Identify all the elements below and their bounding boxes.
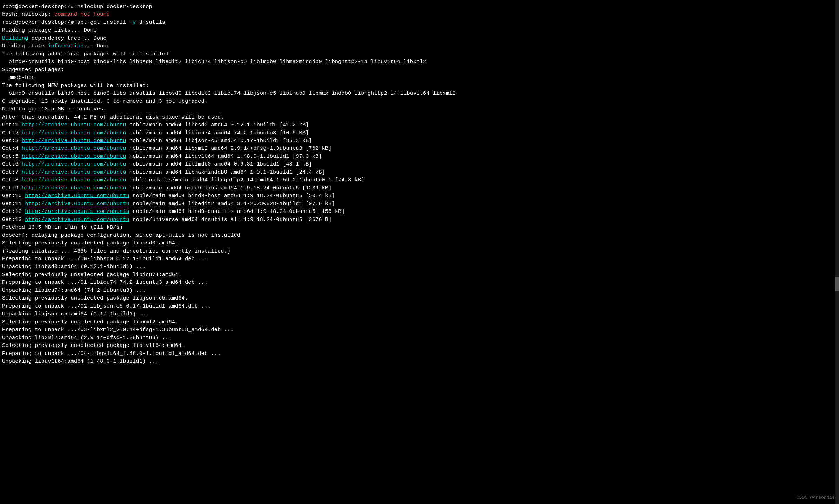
terminal-line: Unpacking libicu74:amd64 (74.2-1ubuntu3)…: [2, 287, 839, 294]
terminal-window: root@docker-desktop:/# nslookup docker-d…: [2, 3, 839, 504]
terminal-line: Building dependency tree... Done: [2, 34, 839, 42]
terminal-line: Get:13 http://archive.ubuntu.com/ubuntu …: [2, 216, 839, 223]
terminal-line: Preparing to unpack .../00-libbsd0_0.12.…: [2, 255, 839, 263]
terminal-line: Selecting previously unselected package …: [2, 318, 839, 326]
terminal-line: Selecting previously unselected package …: [2, 239, 839, 247]
terminal-line: The following additional packages will b…: [2, 50, 839, 58]
terminal-line: Suggested packages:: [2, 66, 839, 74]
terminal-line: Get:12 http://archive.ubuntu.com/ubuntu …: [2, 208, 839, 215]
terminal-line: bind9-dnsutils bind9-host bind9-libs lib…: [2, 58, 839, 66]
terminal-line: Unpacking libxml2:amd64 (2.9.14+dfsg-1.3…: [2, 334, 839, 342]
scrollbar-thumb[interactable]: [835, 277, 839, 291]
terminal-line: Get:7 http://archive.ubuntu.com/ubuntu n…: [2, 168, 839, 176]
scrollbar-track[interactable]: [835, 0, 839, 504]
terminal-line: Reading state information... Done: [2, 42, 839, 50]
terminal-line: Get:11 http://archive.ubuntu.com/ubuntu …: [2, 200, 839, 208]
terminal-line: mmdb-bin: [2, 74, 839, 81]
terminal-line: Get:1 http://archive.ubuntu.com/ubuntu n…: [2, 121, 839, 129]
watermark: CSDN @AnsonNie: [797, 495, 835, 501]
terminal-line: Preparing to unpack .../04-libuv1t64_1.4…: [2, 350, 839, 357]
terminal-line: Fetched 13.5 MB in 1min 4s (211 kB/s): [2, 223, 839, 231]
terminal-content: root@docker-desktop:/# nslookup docker-d…: [2, 3, 839, 365]
terminal-line: Get:6 http://archive.ubuntu.com/ubuntu n…: [2, 160, 839, 168]
terminal-line: Unpacking libjson-c5:amd64 (0.17-1build1…: [2, 310, 839, 318]
terminal-line: 0 upgraded, 13 newly installed, 0 to rem…: [2, 98, 839, 105]
terminal-line: root@docker-desktop:/# apt-get install -…: [2, 19, 839, 26]
terminal-line: Selecting previously unselected package …: [2, 294, 839, 302]
terminal-line: Preparing to unpack .../02-libjson-c5_0.…: [2, 302, 839, 310]
terminal-line: bind9-dnsutils bind9-host bind9-libs dns…: [2, 89, 839, 97]
terminal-line: Get:9 http://archive.ubuntu.com/ubuntu n…: [2, 184, 839, 192]
terminal-line: Unpacking libbsd0:amd64 (0.12.1-1build1)…: [2, 263, 839, 270]
terminal-line: Reading package lists... Done: [2, 26, 839, 34]
terminal-line: root@docker-desktop:/# nslookup docker-d…: [2, 3, 839, 11]
terminal-line: Need to get 13.5 MB of archives.: [2, 105, 839, 113]
terminal-line: Get:4 http://archive.ubuntu.com/ubuntu n…: [2, 145, 839, 152]
terminal-line: Preparing to unpack .../03-libxml2_2.9.1…: [2, 326, 839, 334]
terminal-line: Selecting previously unselected package …: [2, 271, 839, 278]
terminal-line: Preparing to unpack .../01-libicu74_74.2…: [2, 278, 839, 286]
terminal-line: Get:5 http://archive.ubuntu.com/ubuntu n…: [2, 153, 839, 160]
terminal-line: After this operation, 44.2 MB of additio…: [2, 113, 839, 121]
terminal-line: (Reading database ... 4695 files and dir…: [2, 247, 839, 255]
terminal-line: debconf: delaying package configuration,…: [2, 231, 839, 239]
terminal-line: Get:3 http://archive.ubuntu.com/ubuntu n…: [2, 137, 839, 145]
terminal-line: Get:2 http://archive.ubuntu.com/ubuntu n…: [2, 129, 839, 137]
terminal-line: bash: nslookup: command not found: [2, 11, 839, 18]
terminal-line: Unpacking libuv1t64:amd64 (1.48.0-1.1bui…: [2, 357, 839, 365]
terminal-line: Get:10 http://archive.ubuntu.com/ubuntu …: [2, 192, 839, 200]
terminal-line: Get:8 http://archive.ubuntu.com/ubuntu n…: [2, 176, 839, 184]
terminal-line: Selecting previously unselected package …: [2, 342, 839, 349]
terminal-line: The following NEW packages will be insta…: [2, 82, 839, 89]
